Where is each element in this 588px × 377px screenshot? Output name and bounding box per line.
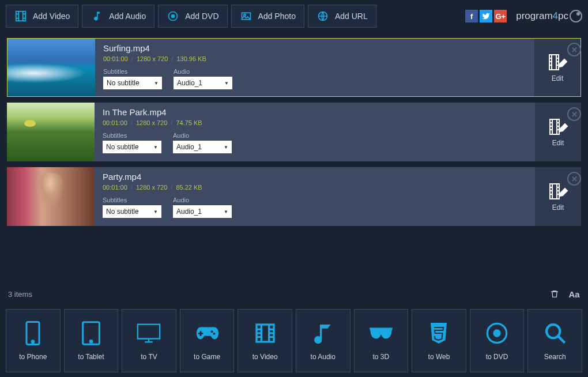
svg-point-8 xyxy=(172,15,175,18)
media-list: Surfing.mp4 00:01:00/1280 x 720/130.96 K… xyxy=(0,32,588,232)
add-url-button[interactable]: Add URL xyxy=(308,5,376,28)
svg-point-62 xyxy=(546,325,560,338)
tablet-icon xyxy=(78,321,104,346)
facebook-button[interactable]: f xyxy=(465,10,478,22)
remove-button[interactable]: ✕ xyxy=(567,43,581,56)
disc-icon xyxy=(167,10,179,22)
add-photo-label: Add Photo xyxy=(258,12,296,21)
svg-point-49 xyxy=(213,333,216,335)
to-phone-label: to Phone xyxy=(19,353,47,361)
add-dvd-button[interactable]: Add DVD xyxy=(158,5,227,28)
to-3d-button[interactable]: to 3D xyxy=(354,309,409,372)
svg-point-42 xyxy=(90,341,92,343)
twitter-button[interactable] xyxy=(480,10,492,22)
to-web-button[interactable]: to Web xyxy=(412,309,466,372)
media-meta: 00:01:00/1280 x 720/74.75 KB xyxy=(103,119,527,126)
audio-select[interactable]: Audio_1 xyxy=(173,141,232,153)
svg-rect-0 xyxy=(16,12,26,21)
audio-label: Audio xyxy=(173,132,232,139)
googleplus-button[interactable]: G+ xyxy=(494,10,507,22)
to-audio-button[interactable]: to Audio xyxy=(296,309,350,372)
to-game-button[interactable]: to Game xyxy=(180,309,235,372)
status-bar: 3 items Aa xyxy=(0,285,588,303)
phone-icon xyxy=(20,321,46,346)
edit-icon xyxy=(548,52,567,71)
item-count: 3 items xyxy=(8,290,32,299)
audio-label: Audio xyxy=(173,197,232,203)
to-dvd-label: to DVD xyxy=(486,353,508,361)
subtitle-label: Subtitles xyxy=(103,68,162,75)
media-info: In The Park.mp4 00:01:00/1280 x 720/74.7… xyxy=(95,103,535,161)
subtitle-select[interactable]: No subtitle xyxy=(103,141,161,153)
subtitle-select[interactable]: No subtitle xyxy=(103,77,162,89)
glasses3d-icon xyxy=(368,321,394,346)
add-photo-button[interactable]: Add Photo xyxy=(231,5,304,28)
media-thumbnail[interactable] xyxy=(7,167,95,226)
media-row[interactable]: Party.mp4 00:01:00/1280 x 720/85.22 KB S… xyxy=(7,167,581,226)
svg-rect-43 xyxy=(138,325,160,339)
media-meta: 00:01:00/1280 x 720/130.96 KB xyxy=(103,55,526,62)
html5-icon xyxy=(426,321,451,346)
font-button[interactable]: Aa xyxy=(568,288,580,300)
add-url-label: Add URL xyxy=(335,12,368,21)
media-title: Party.mp4 xyxy=(103,172,527,182)
to-audio-label: to Audio xyxy=(311,353,336,361)
audio-icon xyxy=(310,321,336,346)
add-dvd-label: Add DVD xyxy=(185,12,218,21)
media-title: In The Park.mp4 xyxy=(103,107,527,117)
image-icon xyxy=(240,10,252,22)
to-tablet-label: to Tablet xyxy=(78,353,104,361)
audio-select[interactable]: Audio_1 xyxy=(174,77,232,89)
media-info: Party.mp4 00:01:00/1280 x 720/85.22 KB S… xyxy=(95,167,535,226)
media-meta: 00:01:00/1280 x 720/85.22 KB xyxy=(103,184,527,191)
media-row[interactable]: In The Park.mp4 00:01:00/1280 x 720/74.7… xyxy=(7,103,581,161)
top-toolbar: Add Video Add Audio Add DVD Add Photo Ad… xyxy=(0,0,588,32)
music-icon xyxy=(91,10,103,22)
to-video-label: to Video xyxy=(252,353,278,361)
media-title: Surfing.mp4 xyxy=(103,43,526,53)
edit-icon xyxy=(549,117,567,135)
to-web-label: to Web xyxy=(428,353,450,361)
subtitle-label: Subtitles xyxy=(103,197,161,203)
to-phone-button[interactable]: to Phone xyxy=(6,309,61,372)
media-thumbnail[interactable] xyxy=(7,39,95,96)
add-audio-label: Add Audio xyxy=(109,12,146,21)
tv-icon xyxy=(136,321,161,346)
film-icon xyxy=(14,10,27,22)
add-video-button[interactable]: Add Video xyxy=(6,5,78,28)
subtitle-select[interactable]: No subtitle xyxy=(103,205,161,218)
search-button[interactable]: Search xyxy=(527,309,582,372)
svg-point-40 xyxy=(32,341,34,343)
media-info: Surfing.mp4 00:01:00/1280 x 720/130.96 K… xyxy=(95,39,534,96)
brand-logo: program4pc xyxy=(516,10,582,22)
search-icon xyxy=(542,321,568,346)
add-audio-button[interactable]: Add Audio xyxy=(82,5,154,28)
search-label: Search xyxy=(544,353,566,361)
svg-point-48 xyxy=(211,330,213,333)
media-row[interactable]: Surfing.mp4 00:01:00/1280 x 720/130.96 K… xyxy=(7,38,581,97)
output-bar: to Phone to Tablet to TV to Game to Vide… xyxy=(6,309,582,372)
to-tv-label: to TV xyxy=(141,353,157,361)
to-dvd-button[interactable]: to DVD xyxy=(470,309,525,372)
video-icon xyxy=(252,321,278,346)
to-game-label: to Game xyxy=(194,353,220,361)
remove-button[interactable]: ✕ xyxy=(567,172,581,186)
subtitle-label: Subtitles xyxy=(103,132,161,139)
svg-line-63 xyxy=(558,336,565,343)
to-tv-button[interactable]: to TV xyxy=(122,309,176,372)
dvd-icon xyxy=(484,321,510,346)
brand-circle-icon xyxy=(570,10,582,22)
to-tablet-button[interactable]: to Tablet xyxy=(64,309,119,372)
trash-button[interactable] xyxy=(549,288,560,300)
remove-button[interactable]: ✕ xyxy=(567,107,581,121)
edit-label: Edit xyxy=(552,203,564,212)
svg-rect-47 xyxy=(198,333,203,334)
audio-select[interactable]: Audio_1 xyxy=(173,205,232,218)
edit-label: Edit xyxy=(552,139,564,147)
gamepad-icon xyxy=(194,321,220,346)
audio-label: Audio xyxy=(174,68,232,75)
globe-icon xyxy=(316,10,329,22)
media-thumbnail[interactable] xyxy=(7,103,95,161)
to-video-button[interactable]: to Video xyxy=(238,309,292,372)
edit-icon xyxy=(549,182,567,200)
